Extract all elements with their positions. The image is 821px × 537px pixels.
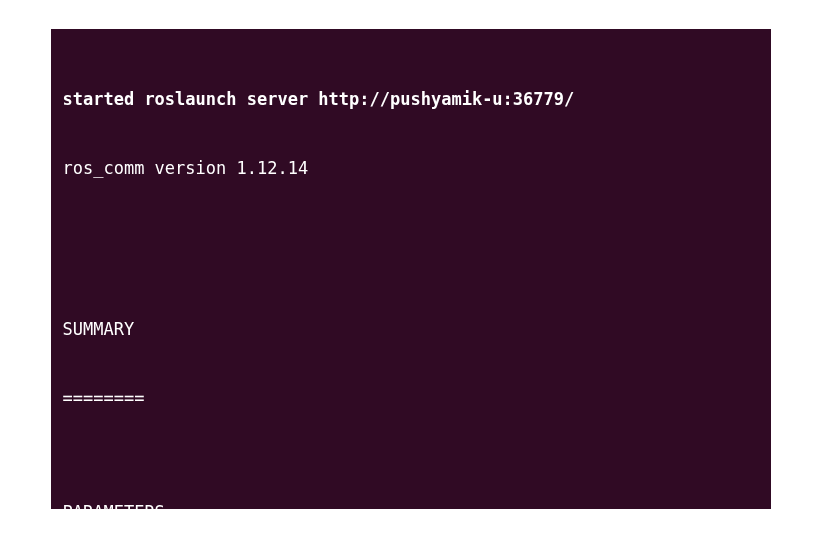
terminal-line: ros_comm version 1.12.14: [63, 157, 759, 180]
terminal-line: SUMMARY: [63, 318, 759, 341]
terminal-line: PARAMETERS: [63, 501, 759, 508]
terminal-window[interactable]: started roslaunch server http://pushyami…: [51, 29, 771, 509]
terminal-line: ========: [63, 387, 759, 410]
terminal-line: started roslaunch server http://pushyami…: [63, 88, 759, 111]
